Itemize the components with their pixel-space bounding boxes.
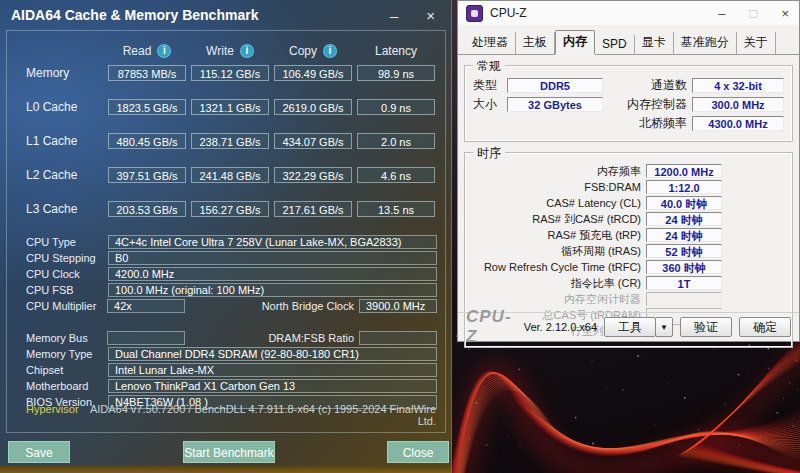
info-value: 100.0 MHz (original: 100 MHz) (108, 283, 437, 297)
info-label: CPU Multiplier (15, 300, 102, 312)
close-icon[interactable]: × (781, 7, 789, 20)
bench-row-l0: L0 Cache 1823.5 GB/s 1321.1 GB/s 2619.0 … (15, 99, 437, 115)
timing-label: RAS# 到CAS# (tRCD) (473, 212, 641, 227)
column-read: Read i (108, 44, 186, 58)
info-value: 4200.0 MHz (108, 267, 437, 281)
timing-row: RAS# 到CAS# (tRCD) 24 时钟 (473, 212, 784, 226)
bench-value: 87853 MB/s (108, 65, 186, 81)
column-write: Write i (191, 44, 269, 58)
timing-value: 1:12.0 (646, 180, 722, 194)
bench-row-l3: L3 Cache 203.53 GB/s 156.27 GB/s 217.61 … (15, 201, 437, 217)
channels-row: 通道数 4 x 32-bit (613, 77, 784, 94)
info-icon[interactable]: i (157, 44, 171, 58)
cpuz-app-icon (466, 5, 483, 22)
channels-label: 通道数 (613, 77, 687, 94)
timings-legend: 时序 (473, 145, 505, 162)
north-bridge-clock-value: 3900.0 MHz (359, 299, 437, 313)
validate-button[interactable]: 验证 (680, 317, 732, 337)
bench-value: 397.51 GB/s (108, 167, 186, 183)
memory-size-row: 大小 32 GBytes (473, 96, 613, 113)
info-row-cpu-multiplier: CPU Multiplier 42x North Bridge Clock 39… (15, 299, 437, 313)
bench-value: 98.9 ns (357, 65, 435, 81)
timing-row: CAS# Latency (CL) 40.0 时钟 (473, 196, 784, 210)
timing-label: FSB:DRAM (473, 181, 641, 193)
info-label: CPU FSB (15, 284, 103, 296)
type-value: DDR5 (507, 78, 603, 93)
timing-label: Row Refresh Cycle Time (tRFC) (473, 261, 641, 273)
size-label: 大小 (473, 96, 507, 113)
controller-label: 内存控制器 (613, 96, 687, 113)
aida64-window: AIDA64 Cache & Memory Benchmark – × Read… (0, 0, 452, 473)
info-value: Lenovo ThinkPad X1 Carbon Gen 13 (108, 379, 437, 393)
bench-value: 4.6 ns (357, 167, 435, 183)
timing-label: 内存频率 (473, 164, 641, 179)
bench-value: 217.61 GB/s (274, 201, 352, 217)
timing-value: 52 时钟 (646, 244, 722, 258)
info-row-cpu-fsb: CPU FSB 100.0 MHz (original: 100 MHz) (15, 283, 437, 297)
bench-row-label: Memory (15, 66, 103, 80)
column-copy-label: Copy (289, 44, 317, 58)
timing-value: 1T (646, 276, 722, 290)
bench-row-memory: Memory 87853 MB/s 115.12 GB/s 106.49 GB/… (15, 65, 437, 81)
timing-row: FSB:DRAM 1:12.0 (473, 180, 784, 194)
timing-row: RAS# 预充电 (tRP) 24 时钟 (473, 228, 784, 242)
info-label: Memory Bus (15, 332, 102, 344)
tools-button[interactable]: 工具 (604, 317, 656, 337)
timing-value: 24 时钟 (646, 212, 722, 226)
timing-value: 360 时钟 (646, 260, 722, 274)
bench-value: 2619.0 GB/s (274, 99, 352, 115)
tab-graphics[interactable]: 显卡 (635, 32, 674, 54)
start-benchmark-button[interactable]: Start Benchmark (183, 441, 275, 463)
bench-row-l2: L2 Cache 397.51 GB/s 241.48 GB/s 322.29 … (15, 167, 437, 183)
timing-label: CAS# Latency (CL) (473, 197, 641, 209)
memory-bus-value (107, 331, 185, 345)
timing-label: 指令比率 (CR) (473, 276, 641, 291)
info-row-chipset: Chipset Intel Lunar Lake-MX (15, 363, 437, 377)
cpuz-tab-bar: 处理器 主板 内存 SPD 显卡 基准跑分 关于 (458, 25, 799, 55)
info-label: Chipset (15, 364, 103, 376)
tab-processor[interactable]: 处理器 (465, 32, 516, 54)
info-icon[interactable]: i (323, 44, 337, 58)
bench-value: 480.45 GB/s (108, 133, 186, 149)
north-bridge-clock-label: North Bridge Clock (190, 300, 354, 312)
info-icon[interactable]: i (240, 44, 254, 58)
timing-value (646, 292, 722, 306)
timing-row: Row Refresh Cycle Time (tRFC) 360 时钟 (473, 260, 784, 274)
tab-about[interactable]: 关于 (737, 32, 776, 54)
save-button[interactable]: Save (8, 441, 70, 463)
tab-spd[interactable]: SPD (595, 35, 635, 54)
tab-memory[interactable]: 内存 (555, 30, 595, 55)
bench-value: 1823.5 GB/s (108, 99, 186, 115)
minimize-icon[interactable]: – (390, 8, 398, 23)
tab-bench[interactable]: 基准跑分 (674, 32, 737, 54)
tab-mainboard[interactable]: 主板 (516, 32, 555, 54)
bench-row-label: L1 Cache (15, 134, 103, 148)
bench-value: 2.0 ns (357, 133, 435, 149)
info-label: CPU Clock (15, 268, 103, 280)
timing-row: 内存频率 1200.0 MHz (473, 164, 784, 178)
maximize-icon: □ (750, 7, 758, 20)
dram-fsb-ratio-value (359, 331, 437, 345)
memory-type-row: 类型 DDR5 (473, 77, 613, 94)
info-row-cpu-stepping: CPU Stepping B0 (15, 251, 437, 265)
info-label: Memory Type (15, 348, 103, 360)
timing-row-disabled: 内存空闲计时器 (473, 292, 784, 306)
close-button[interactable]: Close (387, 441, 449, 463)
timing-row: 循环周期 (tRAS) 52 时钟 (473, 244, 784, 258)
minimize-icon[interactable]: – (718, 7, 725, 20)
hypervisor-row: Hypervisor AIDA64 v7.50.7200 / BenchDLL … (26, 403, 436, 427)
controller-value: 300.0 MHz (692, 97, 784, 112)
timing-value: 24 时钟 (646, 228, 722, 242)
tools-dropdown-icon[interactable]: ▼ (655, 317, 673, 337)
bench-value: 1321.1 GB/s (191, 99, 269, 115)
type-label: 类型 (473, 77, 507, 94)
aida64-window-title: AIDA64 Cache & Memory Benchmark (11, 7, 362, 23)
info-value: Dual Channel DDR4 SDRAM (92-80-80-180 CR… (108, 347, 437, 361)
bench-row-label: L2 Cache (15, 168, 103, 182)
bench-value: 322.29 GB/s (274, 167, 352, 183)
info-value: 42x (107, 299, 185, 313)
cpuz-window-title: CPU-Z (490, 6, 694, 20)
ok-button[interactable]: 确定 (739, 317, 791, 337)
close-icon[interactable]: × (426, 8, 435, 23)
aida64-content-frame: Read i Write i Copy i Latency Memory 878… (6, 30, 446, 433)
